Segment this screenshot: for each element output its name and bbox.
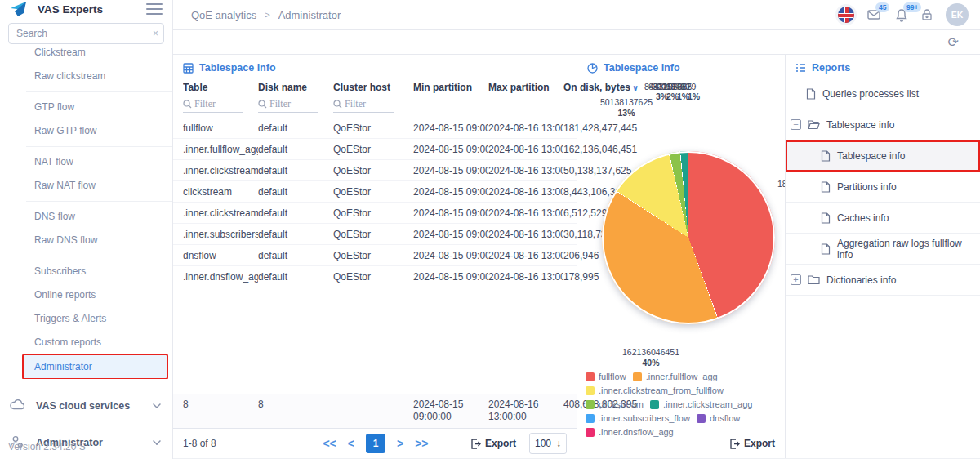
table-cell: 2024-08-15 09:00:00 — [413, 165, 488, 176]
column-header-max-partition[interactable]: Max partition — [488, 82, 564, 93]
column-header-cluster-host[interactable]: Cluster host — [333, 82, 413, 93]
pagination-controls: << < 1 > >> — [286, 434, 466, 453]
collapse-icon[interactable]: − — [791, 119, 801, 130]
legend-swatch — [586, 428, 595, 437]
sidebar-nav-list: ClickstreamRaw clickstreamGTP flowRaw GT… — [0, 47, 172, 379]
sidebar-item-dns-flow[interactable]: DNS flow — [0, 205, 172, 229]
column-header-min-partition[interactable]: Min partition — [413, 82, 488, 93]
table-row[interactable]: .inner.subscribers_flowdefaultQoEStor202… — [173, 224, 577, 245]
table-row[interactable]: clickstreamdefaultQoEStor2024-08-15 09:0… — [173, 181, 577, 203]
hamburger-menu-icon[interactable] — [146, 0, 163, 18]
folder-open-icon — [808, 119, 820, 130]
sidebar-item-triggers-alerts[interactable]: Triggers & Alerts — [0, 307, 172, 331]
legend-swatch — [697, 414, 706, 423]
messages-button[interactable]: 45 — [867, 8, 882, 21]
tree-item-queries-processes-list[interactable]: Queries processes list — [786, 78, 980, 109]
table-panel-title: Tablespace info — [173, 55, 577, 78]
next-page-button[interactable]: > — [397, 437, 403, 450]
last-page-button[interactable]: >> — [415, 437, 428, 450]
refresh-icon[interactable]: ⟳ — [948, 36, 959, 49]
sidebar-item-subscribers[interactable]: Subscribers — [0, 260, 172, 283]
folder-open-icon — [808, 119, 820, 130]
tree-item-aggregation-raw-logs-fullflow-info[interactable]: Aggregation raw logs fullflow info — [786, 234, 980, 265]
reports-panel-title: Reports — [786, 55, 980, 78]
table-cell: 2024-08-16 13:00:00 — [488, 165, 564, 176]
tree-item-partitions-info[interactable]: Partitions info — [786, 172, 980, 203]
table-export-button[interactable]: Export — [470, 438, 516, 449]
table-row[interactable]: .inner.dnsflow_aggdefaultQoEStor2024-08-… — [173, 266, 577, 287]
sidebar-search: × — [8, 23, 164, 44]
breadcrumb-parent[interactable]: QoE analytics — [191, 9, 256, 21]
table-cell: clickstream — [183, 186, 258, 198]
file-icon — [821, 212, 831, 224]
legend-item--inner-subscribers-flow[interactable]: .inner.subscribers_flow — [586, 413, 690, 423]
tree-item-label: Dictionaries info — [826, 274, 896, 286]
first-page-button[interactable]: << — [323, 437, 336, 450]
file-icon — [806, 88, 816, 100]
tree-item-tablespace-info[interactable]: Tablespace info — [786, 140, 980, 172]
sidebar-item-raw-dns-flow[interactable]: Raw DNS flow — [0, 229, 172, 252]
sidebar-section-vas-cloud-services[interactable]: VAS cloud services — [0, 387, 172, 424]
search-clear-icon[interactable]: × — [153, 28, 158, 39]
sidebar-item-gtp-flow[interactable]: GTP flow — [0, 96, 172, 119]
legend-item--inner-clickstream-from-fullflow[interactable]: .inner.clickstream_from_fullflow — [586, 385, 724, 395]
topbar-icons: 45 99+ EK — [838, 3, 969, 26]
notifications-button[interactable]: 99+ — [895, 8, 908, 22]
table-row[interactable]: .inner.clickstream_aggdefaultQoEStor2024… — [173, 203, 577, 224]
sidebar-item-raw-gtp-flow[interactable]: Raw GTP flow — [0, 119, 172, 143]
tree-item-caches-info[interactable]: Caches info — [786, 203, 980, 234]
table-row[interactable]: .inner.fullflow_aggdefaultQoEStor2024-08… — [173, 139, 577, 160]
sidebar-item-administrator[interactable]: Administrator — [23, 354, 167, 379]
table-row[interactable]: .inner.clickstream_from_fullflowdefaultQ… — [173, 160, 577, 181]
legend-item-clickstream[interactable]: clickstream — [586, 399, 644, 409]
table-cell: 2024-08-16 13:00:00 — [488, 229, 564, 240]
sidebar-item-clickstream[interactable]: Clickstream — [0, 47, 172, 65]
pie-cluster-pct: 1% — [688, 91, 700, 102]
filter-input[interactable] — [270, 98, 312, 110]
legend-label: clickstream — [599, 399, 644, 409]
table-row[interactable]: fullflowdefaultQoEStor2024-08-15 09:00:0… — [173, 118, 577, 139]
sidebar-item-online-reports[interactable]: Online reports — [0, 283, 172, 307]
language-flag-icon[interactable] — [838, 7, 854, 23]
legend-item--inner-fullflow-agg[interactable]: .inner.fullflow_agg — [633, 372, 718, 381]
table-pagination: 1-8 of 8 << < 1 > >> Export — [173, 428, 577, 458]
search-icon — [333, 100, 342, 109]
tree-item-label: Tablespace info — [826, 119, 894, 131]
page-size-select[interactable]: 100 ↓ — [529, 433, 567, 454]
table-cell: 2024-08-16 13:00:00 — [488, 144, 564, 155]
table-cell: .inner.clickstream_agg — [183, 207, 258, 219]
reports-tree: Queries processes list−Tablespace infoTa… — [786, 78, 980, 296]
legend-label: .inner.fullflow_agg — [646, 372, 718, 381]
tree-item-tablespace-info[interactable]: −Tablespace info — [786, 109, 980, 140]
legend-item-fullflow[interactable]: fullflow — [586, 372, 626, 381]
column-header-disk-name[interactable]: Disk name — [258, 82, 333, 93]
current-page-button[interactable]: 1 — [366, 434, 385, 453]
table-row[interactable]: dnsflowdefaultQoEStor2024-08-15 09:00:00… — [173, 245, 577, 266]
filter-input[interactable] — [194, 98, 237, 110]
sidebar-item-raw-clickstream[interactable]: Raw clickstream — [0, 65, 172, 88]
table-cell: 2024-08-16 13:00:00 — [488, 186, 564, 198]
table-empty-space — [173, 287, 577, 394]
legend-item-dnsflow[interactable]: dnsflow — [697, 413, 740, 423]
search-input[interactable] — [8, 23, 164, 44]
table-cell: QoEStor — [333, 186, 413, 198]
notifications-badge: 99+ — [903, 2, 921, 12]
sidebar-item-custom-reports[interactable]: Custom reports — [0, 331, 172, 354]
legend-item--inner-dnsflow-agg[interactable]: .inner.dnsflow_agg — [586, 427, 674, 437]
legend-item--inner-clickstream-agg[interactable]: .inner.clickstream_agg — [650, 399, 752, 409]
table-cell: .inner.subscribers_flow — [183, 229, 258, 240]
avatar[interactable]: EK — [946, 3, 969, 26]
column-header-table[interactable]: Table — [183, 82, 258, 93]
prev-page-button[interactable]: < — [348, 437, 354, 450]
filter-input[interactable] — [345, 98, 387, 110]
tablespace-pie-chart[interactable] — [602, 151, 775, 324]
search-icon — [258, 100, 267, 109]
expand-icon[interactable]: + — [791, 274, 801, 285]
lock-icon[interactable] — [921, 8, 933, 21]
sidebar-item-nat-flow[interactable]: NAT flow — [0, 150, 172, 174]
panels-row: Tablespace info TableDisk nameCluster ho… — [173, 54, 980, 459]
sidebar-item-raw-nat-flow[interactable]: Raw NAT flow — [0, 174, 172, 198]
pie-export-button[interactable]: Export — [729, 438, 775, 449]
table-cell: dnsflow — [183, 250, 258, 261]
tree-item-dictionaries-info[interactable]: +Dictionaries info — [786, 265, 980, 296]
